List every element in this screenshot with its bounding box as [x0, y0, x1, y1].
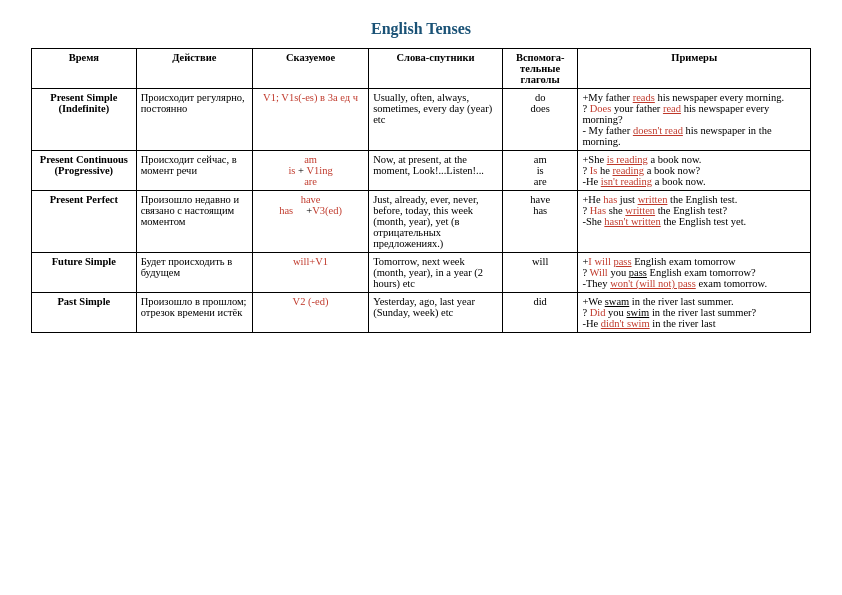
aux-present-perfect: havehas — [502, 191, 578, 253]
row-present-perfect: Present Perfect Произошло недавно и связ… — [32, 191, 811, 253]
words-present-simple: Usually, often, always, sometimes, every… — [369, 89, 503, 151]
time-present-perfect: Present Perfect — [32, 191, 137, 253]
page-title: English Tenses — [371, 20, 471, 38]
examples-present-simple: +My father reads his newspaper every mor… — [578, 89, 811, 151]
time-present-continuous: Present Continuous(Progressive) — [32, 151, 137, 191]
aux-past-simple: did — [502, 293, 578, 333]
aux-future-simple: will — [502, 253, 578, 293]
predicate-future-simple: will+V1 — [252, 253, 368, 293]
header-action: Действие — [136, 49, 252, 89]
aux-header-line3: глаголы — [521, 74, 560, 85]
action-present-continuous: Происходит сейчас, в момент речи — [136, 151, 252, 191]
row-past-simple: Past Simple Произошло в прошлом; отрезок… — [32, 293, 811, 333]
predicate-present-continuous: am is + V1ing are — [252, 151, 368, 191]
examples-future-simple: +I will pass English exam tomorrow ? Wil… — [578, 253, 811, 293]
row-present-simple: Present Simple(Indefinite) Происходит ре… — [32, 89, 811, 151]
tenses-table: Время Действие Сказуемое Слова-спутники … — [31, 48, 811, 333]
action-future-simple: Будет происходить в будущем — [136, 253, 252, 293]
aux-header-line1: Вспомога- — [516, 52, 565, 63]
pred-text: V1; V1s(-es) в 3а ед ч — [263, 92, 358, 103]
action-present-perfect: Произошло недавно и связано с настоящим … — [136, 191, 252, 253]
pred-am: am — [304, 154, 317, 165]
pred-v2: V2 (-ed) — [293, 296, 329, 307]
row-present-continuous: Present Continuous(Progressive) Происход… — [32, 151, 811, 191]
pred-have: have — [301, 194, 321, 205]
pred-is: is — [288, 165, 295, 176]
examples-present-continuous: +She is reading a book now. ? Is he read… — [578, 151, 811, 191]
header-aux: Вспомога- тельные глаголы — [502, 49, 578, 89]
header-examples: Примеры — [578, 49, 811, 89]
words-present-perfect: Just, already, ever, never, before, toda… — [369, 191, 503, 253]
words-past-simple: Yesterday, ago, last year (Sunday, week)… — [369, 293, 503, 333]
aux-present-continuous: amisare — [502, 151, 578, 191]
header-predicate: Сказуемое — [252, 49, 368, 89]
pred-has: has — [279, 205, 293, 216]
words-future-simple: Tomorrow, next week (month, year), in a … — [369, 253, 503, 293]
aux-header-line2: тельные — [520, 63, 560, 74]
predicate-present-perfect: have has +V3(ed) — [252, 191, 368, 253]
aux-present-simple: dodoes — [502, 89, 578, 151]
action-present-simple: Происходит регулярно, постоянно — [136, 89, 252, 151]
pred-will: will+V1 — [293, 256, 328, 267]
time-future-simple: Future Simple — [32, 253, 137, 293]
header-words: Слова-спутники — [369, 49, 503, 89]
pred-are: are — [304, 176, 317, 187]
predicate-present-simple: V1; V1s(-es) в 3а ед ч — [252, 89, 368, 151]
examples-present-perfect: +He has just written the English test. ?… — [578, 191, 811, 253]
time-past-simple: Past Simple — [32, 293, 137, 333]
header-time: Время — [32, 49, 137, 89]
examples-past-simple: +We swam in the river last summer. ? Did… — [578, 293, 811, 333]
time-present-simple: Present Simple(Indefinite) — [32, 89, 137, 151]
row-future-simple: Future Simple Будет происходить в будуще… — [32, 253, 811, 293]
words-present-continuous: Now, at present, at the moment, Look!...… — [369, 151, 503, 191]
action-past-simple: Произошло в прошлом; отрезок времени ист… — [136, 293, 252, 333]
predicate-past-simple: V2 (-ed) — [252, 293, 368, 333]
